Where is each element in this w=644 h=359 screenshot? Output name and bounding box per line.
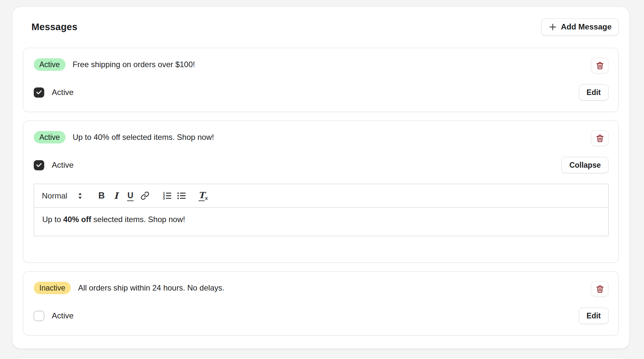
add-message-label: Add Message [561, 22, 612, 31]
check-icon [36, 162, 42, 168]
editor-text: selected items. Shop now! [91, 215, 185, 224]
active-checkbox[interactable] [34, 160, 44, 170]
clear-formatting-button[interactable]: Tx [199, 190, 208, 201]
edit-message-button[interactable]: Edit [579, 84, 609, 101]
clear-formatting-glyph: Tx [199, 190, 208, 201]
message-text: All orders ship within 24 hours. No dela… [78, 283, 224, 293]
delete-message-button[interactable] [591, 58, 609, 73]
italic-button[interactable]: I [111, 190, 121, 201]
delete-message-button[interactable] [591, 130, 609, 146]
active-checkbox-label: Active [52, 88, 74, 97]
format-picker[interactable]: Normal [42, 191, 83, 200]
trash-icon [596, 134, 604, 143]
add-message-button[interactable]: Add Message [541, 18, 619, 36]
status-badge: Active [34, 131, 66, 143]
trash-icon [596, 285, 604, 293]
active-checkbox-label: Active [52, 161, 74, 170]
link-button[interactable] [140, 190, 149, 201]
bullet-list-button[interactable] [177, 190, 186, 201]
editor-text-bold: 40% off [63, 215, 91, 224]
active-toggle[interactable]: Active [34, 160, 74, 170]
page: Messages Add Message Active Free shippin… [0, 0, 644, 359]
page-title: Messages [31, 22, 77, 32]
rich-text-editor: Normal B I U [34, 184, 609, 236]
next-section-top-edge [12, 358, 630, 359]
svg-text:3: 3 [163, 197, 165, 200]
message-card-1: Active Free shipping on orders over $100… [23, 48, 619, 112]
editor-content[interactable]: Up to 40% off selected items. Shop now! [34, 208, 608, 236]
bullet-list-icon [177, 191, 186, 200]
active-toggle[interactable]: Active [34, 87, 74, 98]
underline-button[interactable]: U [126, 190, 135, 201]
active-checkbox[interactable] [34, 311, 44, 321]
message-text: Free shipping on orders over $100! [73, 60, 195, 69]
message-card-2: Active Up to 40% off selected items. Sho… [23, 121, 619, 263]
status-badge: Inactive [34, 282, 71, 294]
active-checkbox-label: Active [52, 311, 74, 320]
messages-panel: Messages Add Message Active Free shippin… [12, 7, 630, 349]
active-checkbox[interactable] [34, 87, 44, 98]
bold-button[interactable]: B [97, 190, 106, 201]
message-card-3: Inactive All orders ship within 24 hours… [23, 271, 619, 335]
plus-icon [548, 23, 557, 31]
status-badge: Active [34, 58, 66, 71]
active-toggle[interactable]: Active [34, 311, 74, 321]
format-picker-label: Normal [42, 191, 67, 200]
trash-icon [596, 61, 604, 70]
message-text: Up to 40% off selected items. Shop now! [73, 133, 214, 142]
picker-arrows-icon [78, 192, 83, 200]
message-list: Active Free shipping on orders over $100… [23, 48, 619, 335]
editor-text: Up to [42, 215, 63, 224]
check-icon [36, 89, 42, 96]
link-icon [141, 191, 149, 200]
ordered-list-icon: 1 2 3 [162, 191, 171, 200]
delete-message-button[interactable] [591, 281, 609, 297]
editor-toolbar: Normal B I U [34, 184, 608, 208]
ordered-list-button[interactable]: 1 2 3 [162, 190, 171, 201]
collapse-editor-button[interactable]: Collapse [561, 157, 609, 173]
edit-message-button[interactable]: Edit [579, 308, 609, 324]
panel-header: Messages Add Message [23, 18, 619, 36]
